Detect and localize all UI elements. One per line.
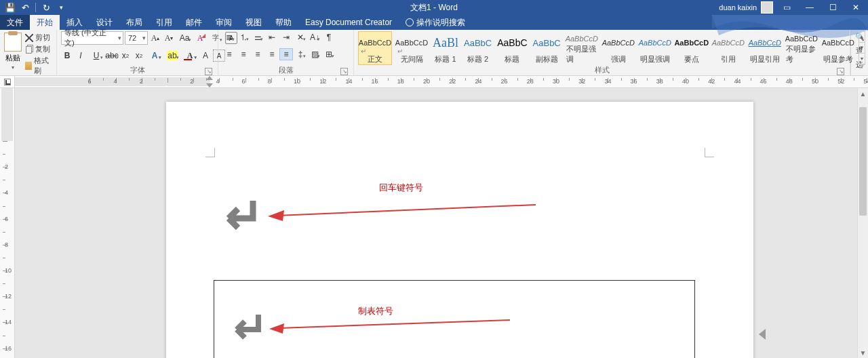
sort-button[interactable]: A↓ — [308, 31, 321, 43]
horizontal-ruler[interactable]: 2468101214161820222426283032343638404244… — [15, 76, 868, 87]
quick-access-toolbar: 💾 ↶ ↻ ▾ — [0, 1, 67, 14]
tab-view[interactable]: 视图 — [239, 15, 269, 30]
char-shading-button[interactable]: A — [199, 49, 212, 62]
font-name-select[interactable]: 等线 (中文正文) — [61, 31, 123, 45]
align-dist-button[interactable]: ≡ — [279, 48, 293, 60]
group-font: 等线 (中文正文) 72 A▴ A▾ Aa A◢ 字 A B I U abc x… — [57, 30, 218, 75]
undo-icon[interactable]: ↶ — [19, 1, 31, 14]
style-副标题[interactable]: AaBbC副标题 — [532, 31, 562, 65]
tab-file[interactable]: 文件 — [0, 15, 30, 30]
tab-review[interactable]: 审阅 — [209, 15, 239, 30]
style-不明显参考[interactable]: AaBbCcD不明显参考 — [785, 31, 818, 65]
scroll-down-icon[interactable]: ▼ — [858, 347, 868, 358]
tab-home[interactable]: 开始 — [30, 15, 60, 30]
red-arrow-1 — [268, 202, 539, 222]
avatar[interactable] — [761, 1, 773, 14]
numbering-button[interactable]: ⒈ — [237, 31, 250, 43]
underline-button[interactable]: U — [88, 49, 104, 62]
change-case-button[interactable]: Aa — [176, 32, 193, 44]
clear-format-button[interactable]: A◢ — [194, 32, 206, 44]
style-明显参考[interactable]: AaBbCcD明显参考 — [821, 31, 855, 65]
highlight-button[interactable]: ab — [164, 49, 180, 62]
bullets-button[interactable]: ≣ — [222, 31, 236, 43]
align-center-button[interactable]: ≡ — [237, 48, 250, 60]
caption-tab: 制表符号 — [358, 305, 393, 317]
tell-me[interactable]: 操作说明搜索 — [399, 15, 465, 30]
show-marks-button[interactable]: ¶ — [322, 31, 336, 43]
indent-inc-button[interactable]: ⇥ — [279, 31, 293, 43]
align-justify-button[interactable]: ≡ — [265, 48, 279, 60]
dialog-launcher-icon[interactable]: ↘ — [340, 68, 348, 75]
font-label: 字体 — [130, 66, 145, 74]
bold-button[interactable]: B — [61, 49, 73, 62]
align-right-button[interactable]: ≡ — [251, 48, 264, 60]
font-color-button[interactable]: A — [182, 49, 198, 62]
scroll-thumb[interactable] — [859, 107, 867, 216]
lightbulb-icon — [406, 18, 414, 26]
save-icon[interactable]: 💾 — [4, 1, 16, 14]
maximize-icon[interactable]: ☐ — [823, 0, 842, 15]
grow-font-button[interactable]: A▴ — [149, 32, 161, 44]
tell-me-label: 操作说明搜索 — [416, 17, 465, 28]
scroll-up-icon[interactable]: ▲ — [858, 88, 868, 99]
shrink-font-button[interactable]: A▾ — [163, 32, 175, 44]
tab-layout[interactable]: 布局 — [119, 15, 149, 30]
group-styles: AaBbCcD正文↵AaBbCcD无间隔↵AaBl标题 1AaBbC标题 2Aa… — [354, 30, 850, 75]
style-标题[interactable]: AaBbC标题 — [496, 31, 528, 65]
line-spacing-button[interactable]: ‡ — [294, 48, 307, 60]
style-要点[interactable]: AaBbCcD要点 — [675, 31, 709, 65]
strike-button[interactable]: abc — [106, 49, 118, 62]
align-left-button[interactable]: ≡ — [222, 48, 236, 60]
caption-enter: 回车键符号 — [379, 182, 423, 194]
close-icon[interactable]: ✕ — [846, 0, 865, 15]
dialog-launcher-icon[interactable]: ↘ — [205, 68, 212, 75]
red-arrow-2 — [269, 317, 513, 335]
style-明显强调[interactable]: AaBbCcD明显强调 — [638, 31, 672, 65]
title-bar: 💾 ↶ ↻ ▾ 文档1 - Word duan kaixin ▭ — ☐ ✕ — [0, 0, 868, 15]
enter-glyph-2 — [224, 312, 267, 344]
paragraph-label: 段落 — [279, 66, 294, 74]
tab-mailings[interactable]: 邮件 — [179, 15, 209, 30]
style-标题 1[interactable]: AaBl标题 1 — [431, 31, 460, 65]
style-强调[interactable]: AaBbCcD强调 — [601, 31, 635, 65]
user-name[interactable]: duan kaixin — [719, 3, 757, 12]
subscript-button[interactable]: x2 — [119, 49, 132, 62]
redo-icon[interactable]: ↻ — [40, 1, 52, 14]
indent-dec-button[interactable]: ⇤ — [265, 31, 279, 43]
copy-button[interactable]: 复制 — [25, 44, 52, 54]
italic-button[interactable]: I — [75, 49, 87, 62]
tabstop-icon — [4, 79, 11, 85]
copy-icon — [26, 46, 32, 54]
vertical-scrollbar[interactable]: ▲ ▼ — [857, 88, 868, 358]
superscript-button[interactable]: x2 — [133, 49, 145, 62]
style-明显引用[interactable]: AaBbCcD明显引用 — [748, 31, 782, 65]
tab-edc[interactable]: Easy Document Creator — [298, 15, 399, 30]
style-不明显强调[interactable]: AaBbCcD不明显强调 — [565, 31, 599, 65]
shading-button[interactable]: ▨ — [308, 48, 321, 60]
qat-customize-icon[interactable]: ▾ — [55, 1, 67, 14]
page[interactable]: 回车键符号 制表符号 — [166, 102, 753, 358]
asian-layout-button[interactable]: ✕ — [294, 31, 307, 43]
style-引用[interactable]: AaBbCcD引用 — [711, 31, 745, 65]
style-正文[interactable]: AaBbCcD正文↵ — [358, 31, 392, 65]
gallery-scroll[interactable]: ▲▼▾ — [859, 31, 865, 65]
style-无间隔[interactable]: AaBbCcD无间隔↵ — [395, 31, 429, 65]
paste-label: 粘贴 — [5, 53, 20, 63]
minimize-icon[interactable]: — — [800, 0, 819, 15]
anchor-caret-icon — [759, 329, 766, 340]
tab-references[interactable]: 引用 — [149, 15, 179, 30]
tab-help[interactable]: 帮助 — [269, 15, 298, 30]
cut-button[interactable]: 剪切 — [25, 33, 52, 43]
style-标题 2[interactable]: AaBbC标题 2 — [462, 31, 493, 65]
ribbon-display-icon[interactable]: ▭ — [777, 0, 796, 15]
group-paragraph: ≣ ⒈ ⚌ ⇤ ⇥ ✕ A↓ ¶ ≡ ≡ ≡ ≡ ≡ ‡ ▨ ⊞ 段落↘ — [218, 30, 354, 75]
vertical-ruler[interactable]: 2468101214161820222426283032343638 — [0, 88, 15, 358]
text-effects-button[interactable]: A — [146, 49, 163, 62]
format-painter-button[interactable]: 格式刷 — [25, 56, 52, 76]
paste-button[interactable]: 粘贴 ▾ — [4, 31, 22, 71]
ribbon-tabs: 文件 开始 插入 设计 布局 引用 邮件 审阅 视图 帮助 Easy Docum… — [0, 15, 868, 30]
borders-button[interactable]: ⊞ — [322, 48, 336, 60]
multilevel-button[interactable]: ⚌ — [251, 31, 264, 43]
dialog-launcher-icon[interactable]: ↘ — [837, 68, 844, 75]
font-size-select[interactable]: 72 — [125, 31, 148, 45]
